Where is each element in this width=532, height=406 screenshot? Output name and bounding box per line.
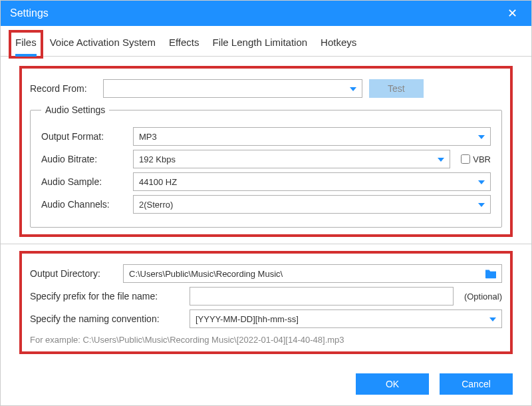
content-area: Record From: Test Audio Settings Output … (1, 57, 531, 365)
naming-label: Specify the naming convention: (30, 313, 183, 324)
window-title: Settings (10, 7, 49, 19)
folder-icon[interactable] (484, 268, 497, 279)
tab-file-length[interactable]: File Length Limitation (209, 33, 312, 56)
tab-effects[interactable]: Effects (165, 33, 203, 56)
prefix-label: Specify prefix for the file name: (30, 291, 183, 302)
naming-value: [YYYY-MM-DD][hh-mm-ss] (196, 314, 299, 324)
sample-label: Audio Sample: (41, 176, 126, 187)
output-format-value: MP3 (139, 132, 157, 142)
output-format-row: Output Format: MP3 (41, 127, 491, 146)
tab-hotkeys[interactable]: Hotkeys (317, 33, 360, 56)
test-button[interactable]: Test (369, 79, 424, 98)
tab-label: Effects (169, 37, 200, 48)
example-text: For example: C:\Users\Public\Music\Recor… (30, 335, 502, 345)
tab-files[interactable]: Files (11, 33, 41, 56)
channels-label: Audio Channels: (41, 199, 126, 210)
recording-section: Record From: Test Audio Settings Output … (19, 66, 513, 237)
cancel-button[interactable]: Cancel (440, 373, 513, 395)
prefix-row: Specify prefix for the file name: (Optio… (30, 287, 502, 305)
vbr-checkbox[interactable] (461, 154, 470, 164)
channels-select[interactable]: 2(Sterro) (133, 195, 491, 214)
close-icon[interactable]: ✕ (502, 6, 522, 21)
tab-label: Hotkeys (321, 37, 356, 48)
tab-label: File Length Limitation (213, 37, 308, 48)
output-format-label: Output Format: (41, 131, 126, 142)
audio-settings-legend: Audio Settings (41, 104, 109, 115)
bitrate-row: Audio Bitrate: 192 Kbps VBR (41, 150, 491, 168)
output-dir-row: Output Directory: C:\Users\Public\Music\… (30, 264, 502, 283)
channels-row: Audio Channels: 2(Sterro) (41, 195, 491, 214)
tab-voice-activation[interactable]: Voice Activation System (46, 33, 160, 56)
channels-value: 2(Sterro) (139, 200, 173, 210)
settings-window: Settings ✕ Files Voice Activation System… (0, 0, 532, 406)
sample-value: 44100 HZ (139, 177, 177, 187)
naming-row: Specify the naming convention: [YYYY-MM-… (30, 309, 502, 328)
bitrate-select[interactable]: 192 Kbps (133, 150, 450, 168)
optional-label: (Optional) (464, 292, 502, 302)
output-dir-label: Output Directory: (30, 268, 116, 279)
sample-select[interactable]: 44100 HZ (133, 172, 491, 191)
record-from-label: Record From: (30, 83, 96, 94)
ok-button[interactable]: OK (356, 373, 429, 395)
titlebar: Settings ✕ (1, 1, 531, 26)
naming-select[interactable]: [YYYY-MM-DD][hh-mm-ss] (190, 309, 502, 328)
tabs: Files Voice Activation System Effects Fi… (1, 26, 531, 57)
tab-label: Files (15, 37, 37, 48)
sample-row: Audio Sample: 44100 HZ (41, 172, 491, 191)
bitrate-label: Audio Bitrate: (41, 154, 126, 164)
tab-label: Voice Activation System (50, 37, 156, 48)
record-from-select[interactable] (103, 79, 362, 98)
output-dir-input[interactable]: C:\Users\Public\Music\Recording Music\ (123, 264, 502, 283)
divider (1, 244, 531, 244)
output-dir-value: C:\Users\Public\Music\Recording Music\ (129, 269, 283, 279)
bitrate-value: 192 Kbps (139, 154, 176, 164)
vbr-checkbox-wrapper[interactable]: VBR (461, 154, 491, 164)
output-format-select[interactable]: MP3 (133, 127, 491, 146)
output-section: Output Directory: C:\Users\Public\Music\… (19, 251, 513, 354)
record-from-row: Record From: Test (30, 79, 502, 98)
footer: OK Cancel (1, 365, 531, 405)
prefix-input[interactable] (190, 287, 454, 305)
vbr-label: VBR (473, 154, 491, 164)
audio-settings-group: Audio Settings Output Format: MP3 Audio … (30, 104, 502, 228)
